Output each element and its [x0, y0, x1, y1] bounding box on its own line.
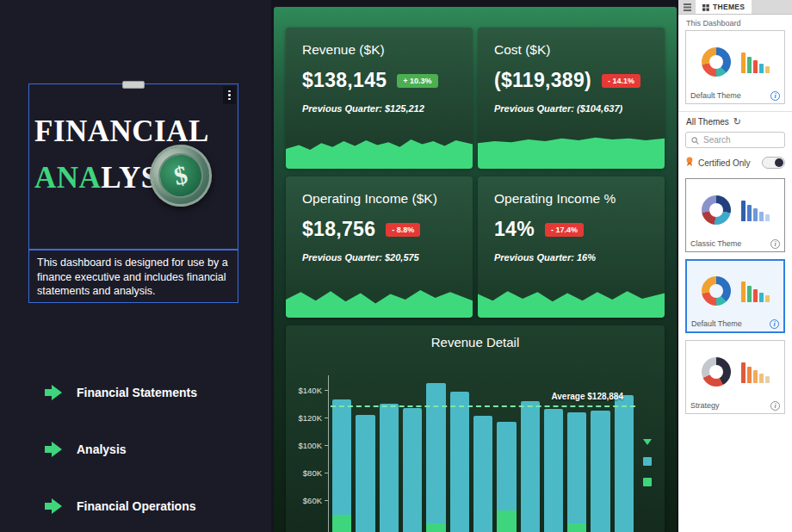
- donut-chart-icon: [702, 195, 731, 225]
- sparkline-chart: [478, 131, 665, 169]
- kpi-card-operating-income[interactable]: Operating Income ($K) $18,756 - 8.8% Pre…: [286, 176, 473, 318]
- certified-only-toggle[interactable]: [762, 157, 785, 169]
- current-theme-card[interactable]: Default Theme i: [685, 30, 785, 104]
- themes-panel: THEMES This Dashboard Default Theme i Al…: [678, 0, 792, 532]
- kpi-previous: Previous Quarter: ($104,637): [494, 103, 648, 114]
- left-sidebar: FINANCIAL ANALYSIS $ This dashboard is d…: [0, 0, 271, 532]
- kpi-value: $18,756: [302, 218, 375, 241]
- theme-name: Strategy: [690, 401, 720, 410]
- drag-handle[interactable]: [122, 81, 145, 89]
- section-all-themes: All Themes: [686, 117, 729, 127]
- revenue-detail-chart[interactable]: Revenue Detail $140K$120K$100K$80K$60K A…: [286, 325, 665, 532]
- kpi-delta-badge: - 17.4%: [545, 223, 584, 237]
- bar-column-9[interactable]: [521, 401, 540, 532]
- refresh-icon[interactable]: ↻: [733, 117, 741, 127]
- kpi-previous: Previous Quarter: 16%: [494, 252, 648, 263]
- y-axis-tick-label: $140K: [293, 386, 322, 395]
- kpi-card-operating-income-pct[interactable]: Operating Income % 14% - 17.4% Previous …: [478, 176, 665, 318]
- legend-swatch-secondary[interactable]: [643, 478, 652, 486]
- info-icon[interactable]: i: [770, 91, 780, 101]
- sparkline-chart: [478, 280, 665, 318]
- kpi-title: Operating Income %: [494, 191, 648, 207]
- bar-column-10[interactable]: [544, 409, 563, 532]
- nav-item-financial-statements[interactable]: Financial Statements: [0, 381, 271, 404]
- info-icon[interactable]: i: [770, 401, 780, 411]
- bar-secondary-segment: [497, 510, 516, 532]
- theme-name: Classic Theme: [690, 239, 741, 248]
- y-axis-line: [328, 375, 329, 532]
- average-line: [331, 405, 635, 407]
- app-window: FINANCIAL ANALYSIS $ This dashboard is d…: [0, 0, 792, 532]
- green-arrow-icon: [45, 385, 62, 400]
- donut-chart-icon: [702, 276, 731, 306]
- search-input[interactable]: [703, 135, 779, 145]
- kebab-menu-button[interactable]: [223, 86, 236, 104]
- kpi-previous: Previous Quarter: $125,212: [302, 103, 456, 114]
- bar-column-11[interactable]: [567, 412, 586, 532]
- bar-secondary-segment: [426, 523, 445, 532]
- bar-column-13[interactable]: [615, 395, 634, 532]
- info-icon[interactable]: i: [770, 239, 780, 249]
- bar-chart-icon: [741, 280, 770, 302]
- y-axis-tick-label: $60K: [293, 496, 322, 505]
- dashboard-canvas: Revenue ($K) $138,145 + 10.3% Previous Q…: [274, 7, 677, 532]
- nav-label: Financial Operations: [77, 499, 195, 513]
- bar-column-6[interactable]: [450, 392, 469, 532]
- medal-icon: [685, 155, 694, 170]
- bar-chart-icon: [741, 51, 770, 73]
- bar-column-4[interactable]: [403, 408, 422, 532]
- bar-column-8[interactable]: [497, 422, 516, 532]
- theme-card-classic[interactable]: Classic Theme i: [685, 178, 785, 252]
- nav-item-financial-operations[interactable]: Financial Operations: [0, 495, 271, 517]
- search-icon: [691, 133, 699, 148]
- bar-chart-icon: [741, 199, 770, 221]
- bar-column-2[interactable]: [356, 415, 374, 532]
- kpi-delta-badge: - 14.1%: [602, 74, 640, 88]
- bar-column-7[interactable]: [473, 416, 492, 532]
- y-axis-tick-label: $80K: [293, 468, 322, 478]
- tab-themes[interactable]: THEMES: [696, 0, 752, 14]
- kpi-delta-badge: - 8.8%: [386, 223, 420, 237]
- theme-search[interactable]: [685, 132, 785, 148]
- logo-widget[interactable]: FINANCIAL ANALYSIS $: [28, 84, 238, 250]
- bar-secondary-segment: [332, 515, 351, 532]
- sparkline-chart: [286, 131, 473, 169]
- kpi-grid: Revenue ($K) $138,145 + 10.3% Previous Q…: [274, 7, 677, 318]
- kpi-title: Revenue ($K): [302, 42, 456, 58]
- kpi-delta-badge: + 10.3%: [397, 74, 437, 88]
- kpi-previous: Previous Quarter: $20,575: [302, 252, 456, 263]
- panel-tabstrip: THEMES: [678, 0, 792, 15]
- nav-label: Financial Statements: [77, 386, 197, 399]
- legend-swatch-primary[interactable]: [643, 457, 652, 466]
- theme-card-default[interactable]: Default Theme i: [685, 259, 785, 333]
- sparkline-chart: [286, 280, 473, 318]
- kpi-value: ($119,389): [494, 69, 591, 92]
- bar-column-1[interactable]: [332, 399, 351, 532]
- description-text: This dashboard is designed for use by a …: [37, 257, 228, 297]
- kpi-title: Operating Income ($K): [302, 191, 456, 207]
- average-label: Average $128,884: [551, 392, 623, 401]
- legend-scroll-down-icon[interactable]: [643, 439, 652, 445]
- y-axis-tick-label: $100K: [293, 441, 322, 450]
- nav-item-analysis[interactable]: Analysis: [0, 438, 271, 461]
- bar-secondary-segment: [567, 523, 586, 532]
- bar-column-3[interactable]: [380, 404, 399, 532]
- tab-themes-label: THEMES: [713, 3, 745, 11]
- y-axis: $140K$120K$100K$80K$60K: [293, 360, 331, 532]
- layers-icon[interactable]: [678, 0, 696, 14]
- bar-column-12[interactable]: [591, 411, 609, 532]
- bar-chart-icon: [741, 361, 770, 383]
- theme-card-strategy[interactable]: Strategy i: [685, 340, 785, 414]
- section-this-dashboard: This Dashboard: [678, 15, 792, 30]
- kpi-title: Cost ($K): [494, 42, 648, 58]
- certified-only-label: Certified Only: [698, 158, 758, 168]
- grid-icon: [702, 0, 709, 15]
- green-arrow-icon: [45, 498, 62, 514]
- kpi-value: 14%: [494, 218, 535, 241]
- kpi-card-cost[interactable]: Cost ($K) ($119,389) - 14.1% Previous Qu…: [478, 28, 665, 169]
- info-icon[interactable]: i: [770, 319, 779, 329]
- donut-chart-icon: [702, 47, 731, 77]
- kpi-card-revenue[interactable]: Revenue ($K) $138,145 + 10.3% Previous Q…: [286, 28, 473, 169]
- theme-name: Default Theme: [691, 319, 742, 328]
- description-widget[interactable]: This dashboard is designed for use by a …: [28, 250, 238, 303]
